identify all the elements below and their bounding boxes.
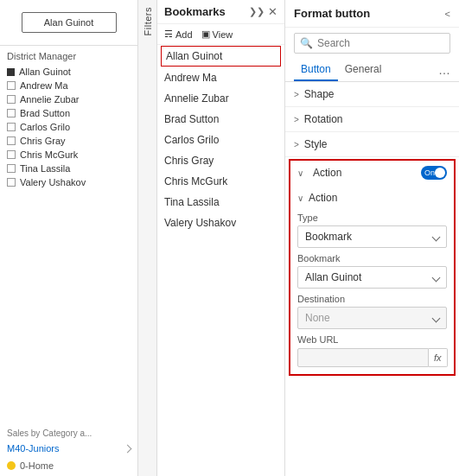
bookmarks-title: Bookmarks (164, 5, 226, 18)
district-manager-title: District Manager (7, 51, 131, 61)
add-button[interactable]: ☴ Add (164, 29, 193, 40)
filters-tab[interactable]: Filters (138, 0, 157, 476)
u-home-label: 0-Home (20, 460, 54, 471)
type-value: Bookmark (305, 231, 352, 243)
tab-button[interactable]: Button (294, 59, 338, 81)
bookmark-item[interactable]: Valery Ushakov (157, 213, 284, 233)
close-icon[interactable]: ✕ (268, 5, 277, 18)
toggle-knob (435, 168, 445, 178)
rotation-section[interactable]: > Rotation (285, 107, 459, 132)
bookmark-select[interactable]: Allan Guinot (297, 266, 447, 289)
bookmark-item[interactable]: Brad Sutton (157, 109, 284, 130)
checkbox-icon[interactable] (7, 123, 16, 131)
search-icon: 🔍 (300, 37, 313, 49)
chevron-rotation-icon: > (294, 115, 299, 124)
m40-label: M40-Juniors (7, 443, 60, 454)
dm-item[interactable]: Chris Gray (7, 134, 131, 148)
district-manager-section: District Manager Allan GuinotAndrew MaAn… (0, 46, 137, 194)
alan-guinot-button[interactable]: Alan Guinot (22, 12, 117, 33)
type-select[interactable]: Bookmark (297, 225, 447, 248)
m40-item[interactable]: M40-Juniors (7, 443, 131, 454)
sales-text: Sales by Category a... (7, 428, 131, 438)
view-label: View (213, 29, 233, 40)
rotation-label: Rotation (304, 113, 343, 125)
bookmark-item[interactable]: Allan Guinot (161, 46, 281, 67)
view-icon: ▣ (201, 29, 210, 40)
bookmark-item[interactable]: Chris Gray (157, 150, 284, 171)
yellow-dot-icon (7, 461, 16, 470)
style-section[interactable]: > Style (285, 132, 459, 157)
bookmarks-header: Bookmarks ❯❯ ✕ (157, 0, 284, 24)
bookmark-item[interactable]: Annelie Zubar (157, 88, 284, 109)
weburl-input[interactable] (297, 348, 429, 367)
bookmark-label: Bookmark (297, 253, 447, 263)
shape-label: Shape (304, 88, 335, 100)
bookmarks-controls: ❯❯ ✕ (249, 5, 277, 18)
bookmark-item[interactable]: Carlos Grilo (157, 130, 284, 150)
left-bottom: Sales by Category a... M40-Juniors 0-Hom… (0, 423, 137, 476)
action-title-group: ∨ Action (297, 167, 341, 179)
format-button-header: Format button < (285, 0, 459, 28)
bookmark-item[interactable]: Andrew Ma (157, 67, 284, 88)
add-label: Add (175, 29, 193, 40)
bookmarks-actions: ☴ Add ▣ View (157, 24, 284, 45)
destination-section: Destination None (297, 294, 447, 329)
chevron-sub-action-icon: ∨ (297, 194, 303, 203)
left-panel: Alan Guinot District Manager Allan Guino… (0, 0, 138, 476)
chevron-action-icon: ∨ (297, 168, 303, 178)
checkbox-icon[interactable] (7, 95, 16, 104)
destination-value: None (305, 312, 330, 324)
view-button[interactable]: ▣ View (201, 29, 233, 40)
sub-action-label: Action (309, 192, 337, 204)
dm-item[interactable]: Valery Ushakov (7, 175, 131, 189)
dm-item[interactable]: Brad Sutton (7, 106, 131, 120)
action-label: Action (313, 167, 341, 179)
destination-select[interactable]: None (297, 307, 447, 329)
action-body: ∨ Action Type Bookmark Bookmark Allan Gu… (290, 185, 454, 374)
header-icons: < (445, 9, 450, 19)
expand-icon[interactable]: ❯❯ (249, 6, 265, 17)
bookmark-item[interactable]: Tina Lassila (157, 192, 284, 213)
toggle-label: On (424, 168, 435, 177)
chevron-shape-icon: > (294, 90, 299, 99)
dm-item[interactable]: Annelie Zubar (7, 92, 131, 106)
add-icon: ☴ (164, 29, 173, 40)
bookmark-chevron-icon (432, 273, 441, 282)
tab-general[interactable]: General (338, 59, 389, 81)
filters-label: Filters (143, 7, 153, 35)
middle-panel: Filters Bookmarks ❯❯ ✕ ☴ Add ▣ View Alla… (138, 0, 285, 476)
u-home: 0-Home (7, 460, 131, 471)
checkbox-icon[interactable] (7, 164, 16, 173)
dm-item[interactable]: Tina Lassila (7, 162, 131, 175)
tab-more-icon[interactable]: … (438, 63, 450, 77)
filled-icon (7, 68, 15, 76)
left-panel-header: Alan Guinot (0, 0, 137, 46)
shape-section[interactable]: > Shape (285, 82, 459, 107)
bookmark-item[interactable]: Chris McGurk (157, 171, 284, 192)
tabs-row: Button General … (285, 59, 459, 82)
action-section: ∨ Action On ∨ Action Type Bookmark Bookm… (289, 159, 456, 376)
bookmarks-content: Bookmarks ❯❯ ✕ ☴ Add ▣ View Allan Guinot… (157, 0, 284, 476)
action-toggle[interactable]: On (421, 166, 447, 180)
dm-item[interactable]: Carlos Grilo (7, 120, 131, 134)
right-panel: Format button < 🔍 Button General … > Sha… (285, 0, 459, 476)
format-button-title: Format button (294, 7, 370, 20)
checkbox-icon[interactable] (7, 109, 16, 117)
sub-action-header[interactable]: ∨ Action (297, 188, 447, 207)
checkbox-icon[interactable] (7, 150, 16, 159)
dm-item[interactable]: Allan Guinot (7, 65, 131, 79)
weburl-label: Web URL (297, 334, 447, 345)
checkbox-icon[interactable] (7, 178, 16, 187)
dm-item[interactable]: Andrew Ma (7, 79, 131, 92)
style-label: Style (304, 138, 328, 150)
destination-label: Destination (297, 294, 447, 304)
chevron-left-icon[interactable]: < (445, 9, 450, 19)
chevron-right-icon (124, 444, 132, 453)
weburl-row: fx (297, 348, 447, 367)
fx-button[interactable]: fx (429, 348, 448, 367)
search-input[interactable] (317, 37, 444, 49)
type-label: Type (297, 213, 447, 223)
checkbox-icon[interactable] (7, 136, 16, 145)
dm-item[interactable]: Chris McGurk (7, 148, 131, 162)
checkbox-icon[interactable] (7, 81, 16, 90)
